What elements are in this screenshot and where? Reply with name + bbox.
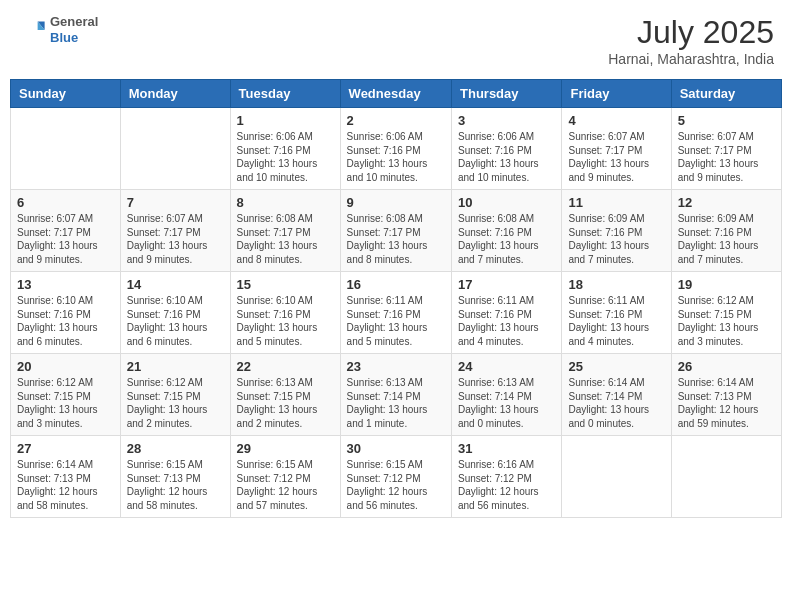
month-year-title: July 2025 <box>608 14 774 51</box>
day-detail: Sunrise: 6:08 AM Sunset: 7:17 PM Dayligh… <box>347 212 445 266</box>
location-subtitle: Harnai, Maharashtra, India <box>608 51 774 67</box>
day-detail: Sunrise: 6:11 AM Sunset: 7:16 PM Dayligh… <box>347 294 445 348</box>
logo-general: General <box>50 14 98 30</box>
day-detail: Sunrise: 6:07 AM Sunset: 7:17 PM Dayligh… <box>568 130 664 184</box>
day-detail: Sunrise: 6:06 AM Sunset: 7:16 PM Dayligh… <box>458 130 555 184</box>
day-detail: Sunrise: 6:11 AM Sunset: 7:16 PM Dayligh… <box>568 294 664 348</box>
day-detail: Sunrise: 6:08 AM Sunset: 7:17 PM Dayligh… <box>237 212 334 266</box>
day-cell: 15Sunrise: 6:10 AM Sunset: 7:16 PM Dayli… <box>230 272 340 354</box>
day-cell: 6Sunrise: 6:07 AM Sunset: 7:17 PM Daylig… <box>11 190 121 272</box>
logo: General Blue <box>18 14 98 45</box>
day-cell: 22Sunrise: 6:13 AM Sunset: 7:15 PM Dayli… <box>230 354 340 436</box>
day-detail: Sunrise: 6:10 AM Sunset: 7:16 PM Dayligh… <box>17 294 114 348</box>
day-detail: Sunrise: 6:06 AM Sunset: 7:16 PM Dayligh… <box>237 130 334 184</box>
header-cell-sunday: Sunday <box>11 80 121 108</box>
logo-text: General Blue <box>50 14 98 45</box>
day-number: 14 <box>127 277 224 292</box>
day-cell: 18Sunrise: 6:11 AM Sunset: 7:16 PM Dayli… <box>562 272 671 354</box>
week-row-5: 27Sunrise: 6:14 AM Sunset: 7:13 PM Dayli… <box>11 436 782 518</box>
title-area: July 2025 Harnai, Maharashtra, India <box>608 14 774 67</box>
day-number: 26 <box>678 359 775 374</box>
week-row-1: 1Sunrise: 6:06 AM Sunset: 7:16 PM Daylig… <box>11 108 782 190</box>
header-row: SundayMondayTuesdayWednesdayThursdayFrid… <box>11 80 782 108</box>
header-cell-saturday: Saturday <box>671 80 781 108</box>
day-number: 8 <box>237 195 334 210</box>
day-number: 5 <box>678 113 775 128</box>
day-number: 25 <box>568 359 664 374</box>
day-number: 1 <box>237 113 334 128</box>
day-number: 29 <box>237 441 334 456</box>
logo-blue: Blue <box>50 30 98 46</box>
day-number: 15 <box>237 277 334 292</box>
day-number: 4 <box>568 113 664 128</box>
header-cell-thursday: Thursday <box>452 80 562 108</box>
day-cell: 27Sunrise: 6:14 AM Sunset: 7:13 PM Dayli… <box>11 436 121 518</box>
day-cell: 10Sunrise: 6:08 AM Sunset: 7:16 PM Dayli… <box>452 190 562 272</box>
day-cell <box>562 436 671 518</box>
day-detail: Sunrise: 6:10 AM Sunset: 7:16 PM Dayligh… <box>237 294 334 348</box>
header-cell-wednesday: Wednesday <box>340 80 451 108</box>
day-number: 19 <box>678 277 775 292</box>
day-cell: 19Sunrise: 6:12 AM Sunset: 7:15 PM Dayli… <box>671 272 781 354</box>
day-cell <box>120 108 230 190</box>
week-row-2: 6Sunrise: 6:07 AM Sunset: 7:17 PM Daylig… <box>11 190 782 272</box>
day-detail: Sunrise: 6:13 AM Sunset: 7:14 PM Dayligh… <box>347 376 445 430</box>
day-number: 7 <box>127 195 224 210</box>
day-number: 28 <box>127 441 224 456</box>
day-cell: 20Sunrise: 6:12 AM Sunset: 7:15 PM Dayli… <box>11 354 121 436</box>
day-cell: 28Sunrise: 6:15 AM Sunset: 7:13 PM Dayli… <box>120 436 230 518</box>
day-cell: 8Sunrise: 6:08 AM Sunset: 7:17 PM Daylig… <box>230 190 340 272</box>
day-number: 16 <box>347 277 445 292</box>
day-cell: 13Sunrise: 6:10 AM Sunset: 7:16 PM Dayli… <box>11 272 121 354</box>
day-cell: 9Sunrise: 6:08 AM Sunset: 7:17 PM Daylig… <box>340 190 451 272</box>
day-cell: 17Sunrise: 6:11 AM Sunset: 7:16 PM Dayli… <box>452 272 562 354</box>
header-cell-friday: Friday <box>562 80 671 108</box>
header: General Blue July 2025 Harnai, Maharasht… <box>10 10 782 71</box>
week-row-3: 13Sunrise: 6:10 AM Sunset: 7:16 PM Dayli… <box>11 272 782 354</box>
day-number: 20 <box>17 359 114 374</box>
day-cell: 5Sunrise: 6:07 AM Sunset: 7:17 PM Daylig… <box>671 108 781 190</box>
day-number: 10 <box>458 195 555 210</box>
day-number: 27 <box>17 441 114 456</box>
day-detail: Sunrise: 6:12 AM Sunset: 7:15 PM Dayligh… <box>678 294 775 348</box>
day-cell: 30Sunrise: 6:15 AM Sunset: 7:12 PM Dayli… <box>340 436 451 518</box>
day-cell: 24Sunrise: 6:13 AM Sunset: 7:14 PM Dayli… <box>452 354 562 436</box>
day-cell: 25Sunrise: 6:14 AM Sunset: 7:14 PM Dayli… <box>562 354 671 436</box>
day-number: 18 <box>568 277 664 292</box>
day-cell: 1Sunrise: 6:06 AM Sunset: 7:16 PM Daylig… <box>230 108 340 190</box>
day-number: 2 <box>347 113 445 128</box>
day-cell: 11Sunrise: 6:09 AM Sunset: 7:16 PM Dayli… <box>562 190 671 272</box>
day-cell: 3Sunrise: 6:06 AM Sunset: 7:16 PM Daylig… <box>452 108 562 190</box>
day-cell <box>671 436 781 518</box>
day-detail: Sunrise: 6:09 AM Sunset: 7:16 PM Dayligh… <box>568 212 664 266</box>
day-detail: Sunrise: 6:07 AM Sunset: 7:17 PM Dayligh… <box>678 130 775 184</box>
day-cell: 14Sunrise: 6:10 AM Sunset: 7:16 PM Dayli… <box>120 272 230 354</box>
day-cell: 26Sunrise: 6:14 AM Sunset: 7:13 PM Dayli… <box>671 354 781 436</box>
day-cell: 12Sunrise: 6:09 AM Sunset: 7:16 PM Dayli… <box>671 190 781 272</box>
day-detail: Sunrise: 6:14 AM Sunset: 7:13 PM Dayligh… <box>678 376 775 430</box>
day-number: 17 <box>458 277 555 292</box>
day-number: 12 <box>678 195 775 210</box>
day-detail: Sunrise: 6:12 AM Sunset: 7:15 PM Dayligh… <box>17 376 114 430</box>
day-number: 22 <box>237 359 334 374</box>
day-detail: Sunrise: 6:07 AM Sunset: 7:17 PM Dayligh… <box>127 212 224 266</box>
day-detail: Sunrise: 6:16 AM Sunset: 7:12 PM Dayligh… <box>458 458 555 512</box>
header-cell-monday: Monday <box>120 80 230 108</box>
day-detail: Sunrise: 6:10 AM Sunset: 7:16 PM Dayligh… <box>127 294 224 348</box>
day-number: 23 <box>347 359 445 374</box>
day-cell: 2Sunrise: 6:06 AM Sunset: 7:16 PM Daylig… <box>340 108 451 190</box>
day-detail: Sunrise: 6:13 AM Sunset: 7:15 PM Dayligh… <box>237 376 334 430</box>
day-number: 3 <box>458 113 555 128</box>
week-row-4: 20Sunrise: 6:12 AM Sunset: 7:15 PM Dayli… <box>11 354 782 436</box>
day-detail: Sunrise: 6:14 AM Sunset: 7:13 PM Dayligh… <box>17 458 114 512</box>
day-number: 13 <box>17 277 114 292</box>
day-number: 9 <box>347 195 445 210</box>
day-detail: Sunrise: 6:14 AM Sunset: 7:14 PM Dayligh… <box>568 376 664 430</box>
day-number: 21 <box>127 359 224 374</box>
day-detail: Sunrise: 6:12 AM Sunset: 7:15 PM Dayligh… <box>127 376 224 430</box>
day-detail: Sunrise: 6:15 AM Sunset: 7:12 PM Dayligh… <box>347 458 445 512</box>
day-number: 31 <box>458 441 555 456</box>
day-cell <box>11 108 121 190</box>
day-number: 24 <box>458 359 555 374</box>
day-cell: 31Sunrise: 6:16 AM Sunset: 7:12 PM Dayli… <box>452 436 562 518</box>
